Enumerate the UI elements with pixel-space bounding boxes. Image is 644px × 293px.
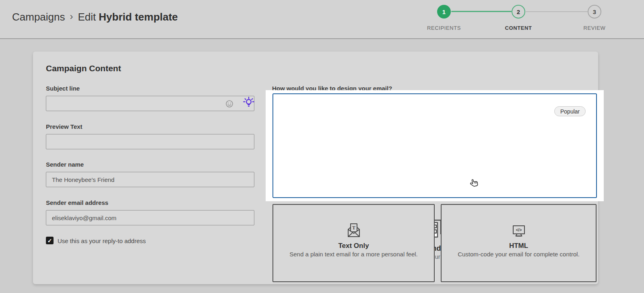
- stepper-connector-complete: [451, 11, 512, 12]
- campaign-editor-page: Campaigns › Edit Hybrid template 1 2 3 R…: [0, 0, 644, 293]
- svg-text:</>: </>: [516, 228, 522, 232]
- hand-pointer-cursor-icon: [469, 177, 481, 190]
- reply-to-checkbox[interactable]: ✓: [46, 237, 54, 244]
- option-description: Send a plain text email for a more perso…: [281, 251, 427, 258]
- reply-to-checkbox-label: Use this as your reply-to address: [58, 237, 146, 244]
- subject-line-input[interactable]: [46, 96, 254, 111]
- step-review-label: REVIEW: [584, 25, 606, 31]
- stepper-connector-upcoming: [526, 11, 588, 12]
- option-card-drag-and-drop[interactable]: Drag and Drop Create an email using our …: [272, 93, 597, 198]
- svg-text:T: T: [352, 225, 355, 231]
- sender-email-input[interactable]: [46, 210, 254, 225]
- option-card-html[interactable]: </> HTML Custom-code your email for comp…: [441, 204, 597, 282]
- breadcrumb-action: Edit: [78, 11, 96, 23]
- preview-text-label: Preview Text: [46, 123, 83, 130]
- text-only-envelope-icon: T: [345, 222, 363, 239]
- option-title: Text Only: [273, 242, 434, 250]
- subject-line-label: Subject line: [46, 85, 80, 92]
- step-recipients-circle[interactable]: 1: [437, 5, 451, 19]
- header: Campaigns › Edit Hybrid template 1 2 3 R…: [0, 0, 644, 39]
- breadcrumb: Campaigns › Edit Hybrid template: [12, 11, 178, 23]
- popular-badge: Popular: [554, 106, 586, 116]
- panel-title: Campaign Content: [46, 64, 121, 73]
- step-content-circle[interactable]: 2: [512, 5, 525, 19]
- html-code-monitor-icon: </>: [510, 222, 528, 239]
- preview-text-input[interactable]: [46, 134, 254, 149]
- option-description: Custom-code your email for complete cont…: [449, 251, 588, 258]
- idea-lightbulb-icon[interactable]: [242, 96, 255, 109]
- step-content-label: CONTENT: [505, 25, 532, 31]
- sender-name-input[interactable]: [46, 172, 254, 187]
- emoji-picker-icon[interactable]: [225, 100, 233, 108]
- step-review-circle[interactable]: 3: [588, 5, 601, 19]
- option-card-text-only[interactable]: T Text Only Send a plain text email for …: [272, 204, 435, 282]
- breadcrumb-campaigns-link[interactable]: Campaigns: [12, 11, 65, 23]
- step-recipients-label: RECIPIENTS: [427, 25, 461, 31]
- sender-name-label: Sender name: [46, 161, 84, 168]
- sender-email-label: Sender email address: [46, 199, 108, 206]
- page-title: Hybrid template: [99, 11, 178, 23]
- option-title: HTML: [442, 242, 596, 250]
- chevron-right-icon: ›: [65, 11, 78, 22]
